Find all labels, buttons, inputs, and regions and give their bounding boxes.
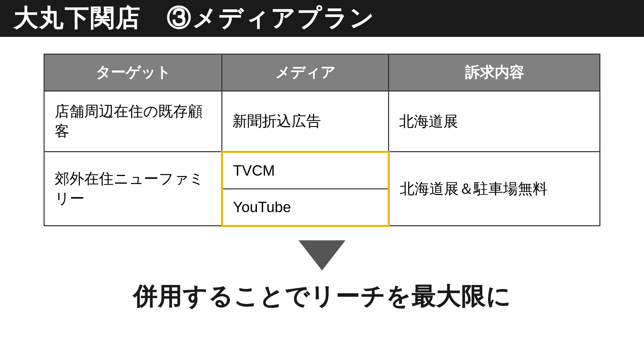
header-bar: 大丸下関店 ③メディアプラン xyxy=(0,0,644,37)
media-cell-1: 新聞折込広告 xyxy=(222,91,389,152)
header-appeal: 訴求内容 xyxy=(389,54,600,91)
youtube-label: YouTube xyxy=(233,199,291,215)
table-row: 店舗周辺在住の既存顧客 新聞折込広告 北海道展 xyxy=(44,91,600,152)
appeal-cell-1: 北海道展 xyxy=(389,91,600,152)
bottom-text: 併用することでリーチを最大限に xyxy=(44,281,600,313)
down-arrow-icon xyxy=(299,240,345,270)
media-cell-youtube: YouTube xyxy=(222,189,389,226)
arrow-container xyxy=(44,240,600,270)
appeal-cell-2: 北海道展＆駐車場無料 xyxy=(389,152,600,226)
page-title: 大丸下関店 ③メディアプラン xyxy=(13,2,375,35)
table-header-row: ターゲット メディア 訴求内容 xyxy=(44,54,600,91)
media-cell-tvcm: TVCM xyxy=(222,152,389,189)
table-row: 郊外在住ニューファミリー TVCM 北海道展＆駐車場無料 xyxy=(44,152,600,189)
tvcm-label: TVCM xyxy=(233,162,275,179)
target-cell-1: 店舗周辺在住の既存顧客 xyxy=(44,91,222,152)
header-media: メディア xyxy=(222,54,389,91)
main-content: ターゲット メディア 訴求内容 店舗周辺在住の既存顧客 新聞折込広告 北海道展 … xyxy=(0,37,644,323)
media-table: ターゲット メディア 訴求内容 店舗周辺在住の既存顧客 新聞折込広告 北海道展 … xyxy=(44,54,600,227)
header-target: ターゲット xyxy=(44,54,222,91)
target-cell-2: 郊外在住ニューファミリー xyxy=(44,152,222,226)
